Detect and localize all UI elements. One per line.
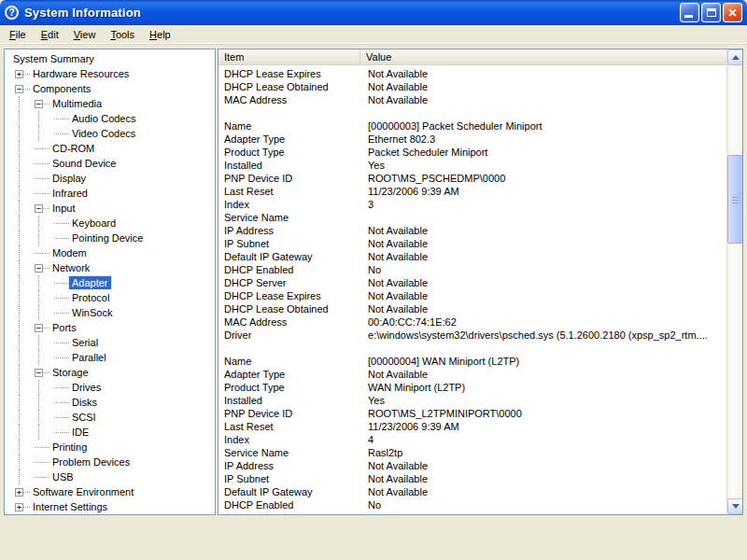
minimize-button[interactable] (680, 3, 699, 22)
tree-item-label[interactable]: Disks (69, 396, 100, 409)
tree-item-storage[interactable]: −Storage (5, 365, 215, 380)
tree-item-scsi[interactable]: SCSI (5, 410, 215, 425)
table-row[interactable]: IP SubnetNot Available (218, 237, 742, 250)
tree-item-internet-settings[interactable]: +Internet Settings (5, 499, 215, 514)
menu-file[interactable]: File (2, 27, 34, 42)
tree-item-label[interactable]: System Summary (10, 52, 97, 65)
tree-item-ide[interactable]: IDE (5, 425, 215, 440)
table-row[interactable]: InstalledYes (218, 394, 742, 407)
table-row[interactable]: PNP Device IDROOT\MS_L2TPMINIPORT\0000 (218, 407, 742, 420)
tree-item-hardware-resources[interactable]: +Hardware Resources (5, 66, 215, 81)
tree-item-parallel[interactable]: Parallel (5, 350, 215, 365)
tree-item-label[interactable]: Printing (49, 441, 90, 454)
tree-item-label[interactable]: Storage (49, 366, 92, 379)
scroll-down-button[interactable] (727, 498, 743, 514)
table-row[interactable]: IP AddressNot Available (218, 224, 742, 237)
tree-item-label[interactable]: Pointing Device (69, 231, 146, 245)
table-row[interactable] (218, 342, 742, 355)
tree-item-label[interactable]: Parallel (69, 351, 109, 364)
tree-item-label[interactable]: Input (49, 202, 78, 215)
tree-item-label[interactable]: IDE (69, 426, 92, 439)
collapse-icon[interactable]: − (35, 100, 43, 108)
menu-help[interactable]: Help (142, 27, 178, 42)
column-header-item[interactable]: Item (218, 49, 360, 64)
table-row[interactable]: DHCP Lease ObtainedNot Available (218, 302, 742, 315)
maximize-button[interactable] (701, 3, 721, 22)
table-row[interactable]: DHCP Lease ObtainedNot Available (218, 80, 742, 93)
table-row[interactable]: DHCP Lease ExpiresNot Available (218, 67, 742, 80)
collapse-icon[interactable]: − (35, 204, 43, 213)
collapse-icon[interactable]: − (35, 324, 43, 332)
tree-item-usb[interactable]: USB (5, 469, 215, 484)
tree-item-problem-devices[interactable]: Problem Devices (5, 455, 215, 469)
tree-item-ports[interactable]: −Ports (5, 320, 215, 335)
tree-item-disks[interactable]: Disks (5, 395, 215, 410)
tree-item-label[interactable]: Audio Codecs (69, 112, 139, 125)
tree-item-label[interactable]: Problem Devices (49, 455, 133, 469)
scroll-up-button[interactable] (727, 49, 743, 65)
tree-item-audio-codecs[interactable]: Audio Codecs (5, 111, 215, 126)
tree-item-system-summary[interactable]: System Summary (5, 51, 215, 66)
table-row[interactable]: Drivere:\windows\system32\drivers\psched… (218, 329, 742, 342)
tree-item-label[interactable]: Hardware Resources (30, 67, 132, 80)
tree-item-printing[interactable]: Printing (5, 440, 215, 455)
tree-item-modem[interactable]: Modem (5, 245, 215, 260)
tree-item-components[interactable]: −Components (5, 81, 215, 96)
tree-item-label[interactable]: Sound Device (49, 157, 120, 170)
tree-item-label[interactable]: Infrared (49, 187, 91, 200)
tree-item-network[interactable]: −Network (5, 260, 215, 275)
tree-item-cd-rom[interactable]: CD-ROM (5, 141, 215, 156)
tree-item-drives[interactable]: Drives (5, 380, 215, 395)
tree-item-label[interactable]: Internet Settings (30, 500, 110, 513)
tree-item-video-codecs[interactable]: Video Codecs (5, 126, 215, 141)
table-row[interactable]: Index4 (218, 433, 742, 446)
tree-item-adapter[interactable]: Adapter (5, 275, 215, 290)
table-row[interactable]: Index3 (218, 198, 742, 211)
tree-item-label[interactable]: Video Codecs (69, 127, 138, 140)
tree-item-pointing-device[interactable]: Pointing Device (5, 231, 215, 245)
tree-item-label[interactable]: Modem (49, 246, 90, 259)
tree-item-software-environment[interactable]: +Software Environment (5, 484, 215, 499)
table-row[interactable]: Adapter TypeNot Available (218, 368, 742, 381)
scrollbar-thumb[interactable] (727, 155, 743, 244)
tree-item-infrared[interactable]: Infrared (5, 186, 215, 201)
expand-icon[interactable]: + (15, 503, 23, 511)
table-row[interactable]: MAC AddressNot Available (218, 93, 742, 106)
table-row[interactable]: MAC Address00:A0:CC:74:1E:62 (218, 315, 742, 329)
tree-item-multimedia[interactable]: −Multimedia (5, 96, 215, 111)
table-row[interactable]: IP AddressNot Available (218, 459, 742, 472)
vertical-scrollbar[interactable] (726, 49, 742, 514)
table-row[interactable]: DHCP ServerNot Available (218, 276, 742, 289)
table-row[interactable]: Product TypeWAN Miniport (L2TP) (218, 381, 742, 394)
tree-item-serial[interactable]: Serial (5, 335, 215, 350)
tree-item-label[interactable]: Multimedia (49, 97, 105, 110)
table-row[interactable]: IP SubnetNot Available (218, 472, 742, 485)
tree-item-label[interactable]: SCSI (69, 411, 99, 424)
tree-item-label[interactable]: Protocol (69, 291, 112, 304)
table-row[interactable]: Last Reset11/23/2006 9:39 AM (218, 185, 742, 198)
table-row[interactable]: Product TypePacket Scheduler Miniport (218, 146, 742, 159)
collapse-icon[interactable]: − (15, 85, 23, 93)
table-row[interactable]: Service Name (218, 211, 742, 224)
collapse-icon[interactable]: − (35, 369, 43, 377)
tree-item-label[interactable]: Keyboard (69, 217, 119, 230)
column-header-value[interactable]: Value (360, 49, 742, 64)
tree-item-winsock[interactable]: WinSock (5, 305, 215, 320)
tree-item-label[interactable]: Software Environment (30, 485, 136, 498)
close-button[interactable]: ✕ (723, 3, 742, 22)
tree-item-label[interactable]: Serial (69, 336, 101, 349)
table-row[interactable]: Adapter TypeEthernet 802.3 (218, 133, 742, 146)
table-row[interactable]: DHCP EnabledNo (218, 498, 742, 511)
table-row[interactable]: InstalledYes (218, 159, 742, 172)
tree-item-protocol[interactable]: Protocol (5, 290, 215, 305)
tree-item-keyboard[interactable]: Keyboard (5, 216, 215, 231)
table-row[interactable]: PNP Device IDROOT\MS_PSCHEDMP\0000 (218, 172, 742, 185)
expand-icon[interactable]: + (15, 488, 23, 497)
tree-item-label[interactable]: Display (49, 172, 89, 185)
tree-item-label[interactable]: Network (49, 261, 92, 274)
table-row[interactable]: DHCP Lease ExpiresNot Available (218, 289, 742, 302)
table-row[interactable]: Service NameRasl2tp (218, 446, 742, 459)
tree-item-label[interactable]: Components (30, 82, 93, 95)
menu-view[interactable]: View (66, 27, 104, 42)
tree-item-input[interactable]: −Input (5, 201, 215, 216)
